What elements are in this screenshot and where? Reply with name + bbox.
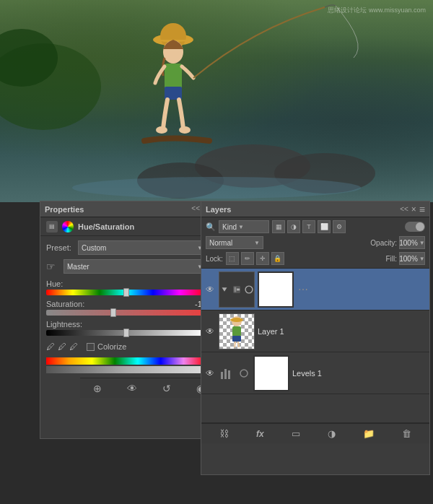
layer-visibility-eye-2[interactable]: 👁 [204,368,216,379]
eyedropper-plus-icon[interactable]: 🖊 [58,342,66,352]
down-arrow-icon [219,282,229,297]
fill-input[interactable]: 100% ▼ [399,252,425,265]
props-bottom-icon-add[interactable]: ⊕ [93,383,102,394]
layer-visibility-eye-0[interactable]: 👁 [204,284,216,295]
properties-panel: Properties << × ▤ Hue/Saturation Preset:… [40,201,213,439]
hue-track[interactable] [46,290,206,295]
layers-menu-icon[interactable]: ≡ [419,204,425,215]
smart-layer-icon: ⚙ [336,223,342,230]
hue-sat-color-wheel [62,221,74,233]
layers-link-icon[interactable]: ⛓ [219,428,229,439]
levels-chain-icon [237,367,250,380]
hand-tool-icon[interactable]: ☞ [46,261,59,272]
layer-name-2: Levels 1 [292,369,427,378]
layers-trash-icon[interactable]: 🗑 [402,428,411,439]
layer-visibility-eye-1[interactable]: 👁 [204,326,216,337]
opacity-row: Opacity: 100% ▼ [370,236,425,249]
levels-icon-svg [219,366,234,381]
blend-opacity-row: Normal ▼ Opacity: 100% ▼ [206,236,425,249]
channel-select[interactable]: Master ▼ [64,259,206,274]
layers-filter-row: 🔍 Kind ▼ ▦ ◑ T ⬜ ⚙ [206,220,425,233]
layers-panel: Layers << × ≡ 🔍 Kind ▼ ▦ ◑ T [201,201,430,475]
lock-all-icon: 🔒 [274,255,281,262]
adjustment-layer-icon: ◑ [291,223,297,230]
lock-label: Lock: [206,255,223,263]
adj-layer-icon-btn[interactable]: ▤ [46,221,58,233]
svg-point-17 [245,286,253,293]
preset-select[interactable]: Custom ▼ [78,240,206,255]
properties-title: Properties [45,205,84,214]
svg-point-11 [156,126,167,134]
chain-icon-svg [238,368,250,379]
svg-rect-21 [232,336,241,342]
opacity-value-text: 100% [399,239,418,247]
layers-mask-icon[interactable]: ▭ [292,428,300,439]
filter-kind-select[interactable]: Kind ▼ [219,220,269,233]
hue-label-row: Hue: 0 [46,279,206,288]
eyedropper-minus-icon[interactable]: 🖊 [69,342,78,352]
canvas-area: 思绪设计论坛 www.missyuan.com [0,0,433,202]
layers-panel-header: Layers << × ≡ [201,201,429,217]
levels-adj-small-icon [219,365,235,381]
lock-fill-row: Lock: ⬚ ✏ ✛ 🔒 Fill: 100% ▼ [206,252,425,265]
layer-item-levels[interactable]: 👁 Levels 1 [201,352,429,394]
layers-collapse-icon[interactable]: << [400,205,408,213]
filter-pixel-icon[interactable]: ▦ [272,220,285,233]
layer-item-layer1[interactable]: 👁 Layer 1 [201,310,429,352]
svg-marker-13 [222,287,227,292]
type-layer-icon: T [307,223,311,230]
lightness-thumb[interactable] [123,329,129,337]
layer-item-hue-sat[interactable]: 👁 ⋯ [201,269,429,310]
opacity-input[interactable]: 100% ▼ [399,236,425,249]
saturation-track[interactable] [46,310,206,316]
fill-row: Fill: 100% ▼ [385,252,425,265]
layer-thumb-1 [219,313,255,349]
svg-rect-16 [237,288,240,290]
layers-bottom-toolbar: ⛓ fx ▭ ◑ 📁 🗑 [201,423,429,443]
colorize-checkbox[interactable] [87,343,95,351]
preset-value: Custom [82,244,106,252]
preset-label: Preset: [46,243,74,252]
filter-smart-icon[interactable]: ⚙ [333,220,346,233]
layer-name-1: Layer 1 [258,327,427,336]
eyedropper-icon[interactable]: 🖊 [46,342,55,352]
filter-shape-icon[interactable]: ⬜ [318,220,331,233]
layers-list: 👁 ⋯ 👁 [201,269,429,423]
layers-close-icon[interactable]: × [411,204,416,214]
hue-sat-thumb-icon [232,282,242,297]
fill-value-text: 100% [399,255,418,263]
layer-more-options-0[interactable]: ⋯ [297,284,310,295]
fishing-scene-svg [0,0,433,201]
filter-type-icon[interactable]: T [302,220,315,233]
lock-paint-btn[interactable]: ✏ [241,252,254,265]
lock-move-icon: ✛ [260,255,266,262]
preset-row: Preset: Custom ▼ [46,240,206,255]
filter-adjustment-icon[interactable]: ◑ [287,220,300,233]
layers-fx-icon[interactable]: fx [256,429,264,439]
svg-rect-26 [228,370,230,379]
lock-icons-group: ⬚ ✏ ✛ 🔒 [226,252,284,265]
svg-point-12 [179,126,191,134]
props-bottom-icon-reset[interactable]: ↺ [162,383,171,394]
filter-toggle[interactable] [405,222,425,232]
layers-folder-icon[interactable]: 📁 [363,428,375,439]
opacity-arrow: ▼ [419,240,425,246]
saturation-label-row: Saturation: -12 [46,300,206,308]
lightness-track[interactable] [46,330,206,336]
saturation-thumb[interactable] [110,308,116,317]
properties-panel-header: Properties << × [40,201,212,217]
hue-thumb[interactable] [123,288,129,297]
layers-adjustment-icon[interactable]: ◑ [328,428,336,439]
blend-mode-value: Normal [209,239,232,247]
properties-collapse-icon[interactable]: << [191,204,200,214]
hue-sat-adj-thumb [219,271,255,308]
lock-move-btn[interactable]: ✛ [256,252,269,265]
lock-paint-icon: ✏ [245,255,250,262]
blend-mode-select[interactable]: Normal ▼ [206,236,263,249]
lightness-slider-section: Lightness: 0 [46,320,206,336]
lock-transparent-icon: ⬚ [229,255,235,262]
svg-point-19 [230,318,243,322]
lock-all-btn[interactable]: 🔒 [271,252,284,265]
props-bottom-icon-eye[interactable]: 👁 [127,383,137,394]
lock-transparent-btn[interactable]: ⬚ [226,252,239,265]
